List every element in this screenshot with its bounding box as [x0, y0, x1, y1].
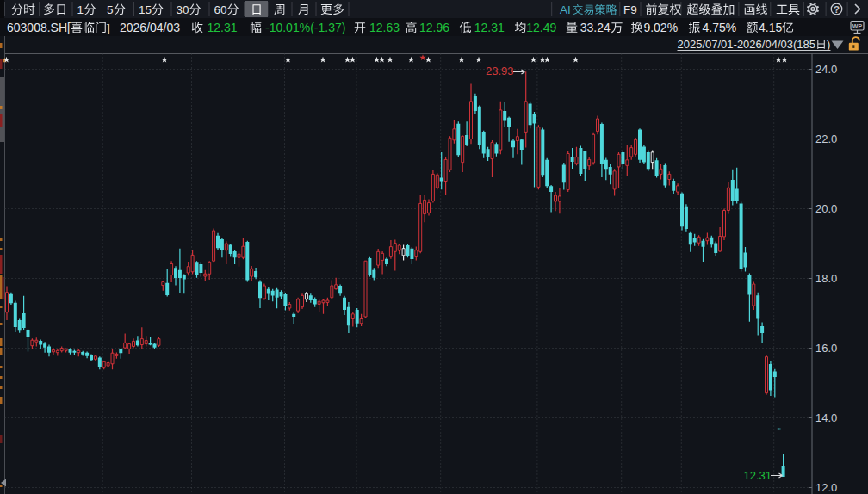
svg-text:4.75%: 4.75%: [703, 21, 737, 34]
svg-text:60: 60: [214, 3, 227, 16]
svg-text:12.31: 12.31: [474, 21, 505, 34]
svg-text:9.02%: 9.02%: [643, 21, 678, 34]
svg-text:F9: F9: [623, 3, 637, 16]
svg-text:15: 15: [139, 3, 152, 16]
svg-text:4.15: 4.15: [759, 21, 782, 34]
svg-text:12.63: 12.63: [369, 21, 400, 34]
svg-text:18.0: 18.0: [815, 272, 837, 285]
svg-text:12.96: 12.96: [419, 21, 450, 34]
svg-text:14.0: 14.0: [815, 411, 837, 424]
svg-text:2026/04/03: 2026/04/03: [120, 21, 180, 34]
svg-text:33.24: 33.24: [580, 21, 611, 34]
svg-text:12.0: 12.0: [815, 481, 837, 494]
svg-text:603008.SH[: 603008.SH[: [7, 21, 71, 34]
svg-text:12.49: 12.49: [526, 21, 556, 34]
svg-text:20.0: 20.0: [815, 202, 837, 215]
svg-text:WP: WP: [852, 23, 863, 29]
svg-text:24.0: 24.0: [815, 63, 837, 76]
svg-text:): ): [827, 38, 830, 51]
svg-text:30: 30: [177, 3, 189, 16]
svg-text:23.93: 23.93: [486, 65, 514, 77]
svg-text:12.31: 12.31: [208, 21, 238, 34]
svg-text:12.31: 12.31: [744, 469, 772, 482]
svg-text:1: 1: [78, 3, 84, 16]
svg-text:5: 5: [107, 3, 114, 16]
svg-text:-10.01%(-1.37): -10.01%(-1.37): [265, 21, 345, 34]
svg-text:?: ?: [834, 4, 840, 15]
svg-text:16.0: 16.0: [815, 342, 837, 355]
svg-text:22.0: 22.0: [815, 133, 837, 145]
svg-text:AI: AI: [560, 3, 571, 16]
svg-text:2025/07/01-2026/04/03(185: 2025/07/01-2026/04/03(185: [678, 38, 815, 51]
svg-text:]: ]: [107, 22, 110, 34]
